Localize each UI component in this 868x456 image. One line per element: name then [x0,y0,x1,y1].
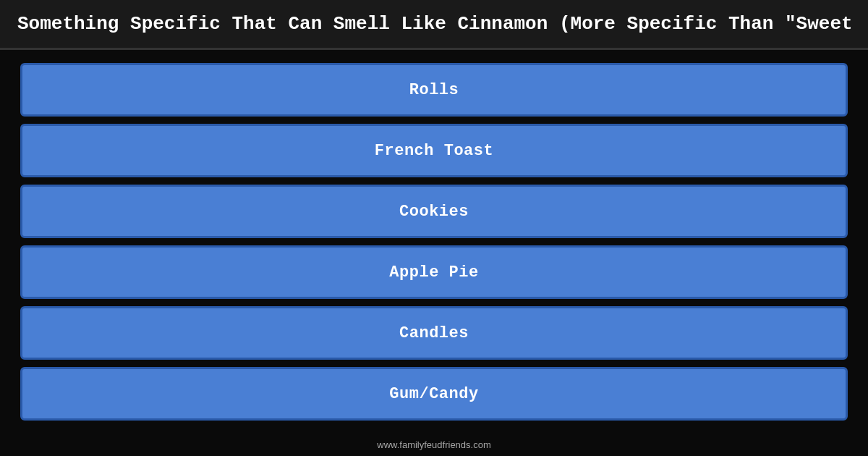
answer-button-2[interactable]: French Toast [20,124,848,177]
answer-button-1[interactable]: Rolls [20,63,848,117]
footer: www.familyfeudfriends.com [0,434,868,456]
answer-button-6[interactable]: Gum/Candy [20,367,848,421]
answer-button-5[interactable]: Candles [20,306,848,360]
answers-container: RollsFrench ToastCookiesApple PieCandles… [0,50,868,434]
footer-url: www.familyfeudfriends.com [377,439,491,450]
question-title: Something Specific That Can Smell Like C… [17,13,851,35]
header: Something Specific That Can Smell Like C… [0,0,868,50]
answer-button-3[interactable]: Cookies [20,185,848,238]
answer-button-4[interactable]: Apple Pie [20,245,848,299]
